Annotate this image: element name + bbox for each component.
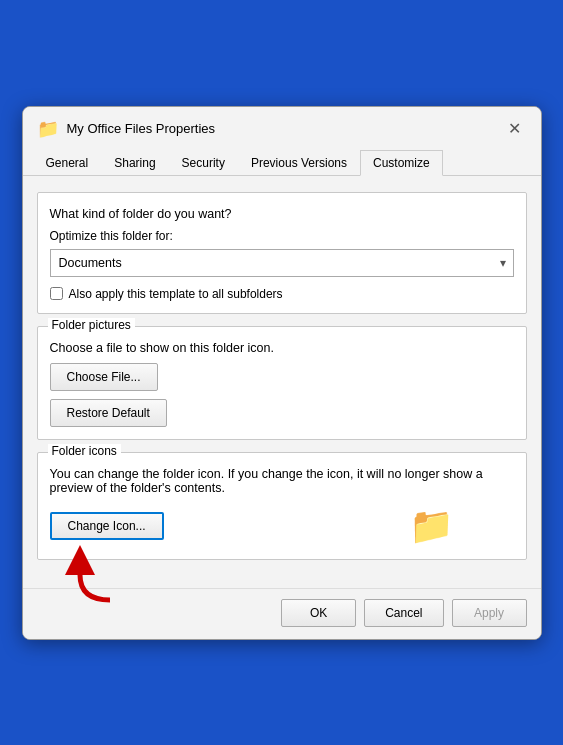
subfolder-checkbox[interactable] (50, 287, 63, 300)
title-bar-left: 📁 My Office Files Properties (37, 118, 216, 140)
cancel-button[interactable]: Cancel (364, 599, 443, 627)
folder-pictures-content: Choose a file to show on this folder ico… (50, 341, 514, 427)
optimize-label: Optimize this folder for: (50, 229, 514, 243)
folder-icons-row: Change Icon... 📁 (50, 505, 514, 547)
close-button[interactable]: ✕ (503, 117, 527, 141)
folder-pictures-section: Folder pictures Choose a file to show on… (37, 326, 527, 440)
change-icon-container: Change Icon... (50, 512, 164, 540)
folder-icons-content: You can change the folder icon. If you c… (50, 467, 514, 547)
tab-general[interactable]: General (33, 150, 102, 176)
choose-file-button[interactable]: Choose File... (50, 363, 158, 391)
properties-dialog: 📁 My Office Files Properties ✕ General S… (22, 106, 542, 640)
optimize-dropdown-container: Documents General Items Pictures Music V… (50, 249, 514, 277)
folder-icon: 📁 (37, 118, 59, 140)
folder-type-content: What kind of folder do you want? Optimiz… (50, 207, 514, 301)
subfolder-checkbox-row: Also apply this template to all subfolde… (50, 287, 514, 301)
title-bar: 📁 My Office Files Properties ✕ (23, 107, 541, 141)
restore-default-button[interactable]: Restore Default (50, 399, 167, 427)
tab-security[interactable]: Security (169, 150, 238, 176)
folder-type-section: What kind of folder do you want? Optimiz… (37, 192, 527, 314)
folder-pictures-buttons: Choose File... Restore Default (50, 363, 514, 427)
folder-icons-title: Folder icons (48, 444, 121, 458)
ok-button[interactable]: OK (281, 599, 356, 627)
dialog-footer: OK Cancel Apply (23, 588, 541, 639)
folder-pictures-description: Choose a file to show on this folder ico… (50, 341, 514, 355)
subfolder-label: Also apply this template to all subfolde… (69, 287, 283, 301)
tab-content: What kind of folder do you want? Optimiz… (23, 176, 541, 588)
change-icon-button[interactable]: Change Icon... (50, 512, 164, 540)
folder-preview-icon: 📁 (409, 505, 454, 547)
tab-previous-versions[interactable]: Previous Versions (238, 150, 360, 176)
tab-sharing[interactable]: Sharing (101, 150, 168, 176)
folder-pictures-title: Folder pictures (48, 318, 135, 332)
apply-button[interactable]: Apply (452, 599, 527, 627)
folder-type-heading: What kind of folder do you want? (50, 207, 514, 221)
folder-icons-description: You can change the folder icon. If you c… (50, 467, 514, 495)
folder-icons-section: Folder icons You can change the folder i… (37, 452, 527, 560)
tab-bar: General Sharing Security Previous Versio… (23, 141, 541, 176)
tab-customize[interactable]: Customize (360, 150, 443, 176)
optimize-dropdown[interactable]: Documents General Items Pictures Music V… (50, 249, 514, 277)
window-title: My Office Files Properties (67, 121, 216, 136)
